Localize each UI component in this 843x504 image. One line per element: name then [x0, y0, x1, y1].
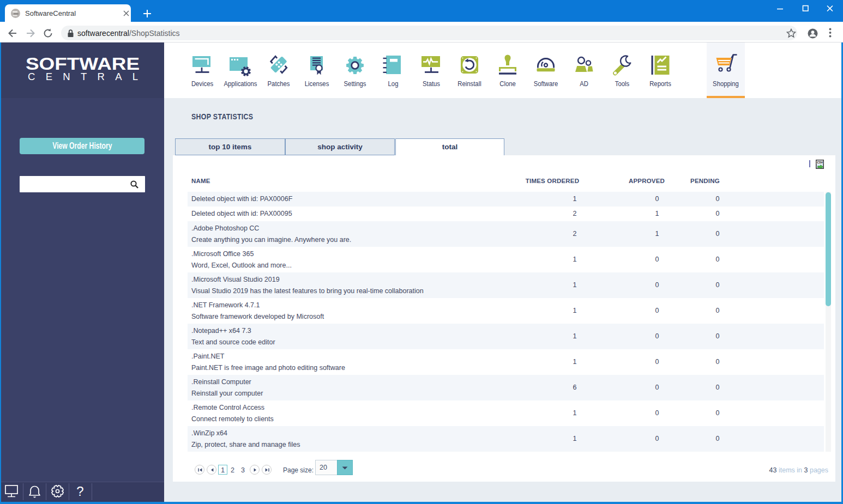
svg-text:CSV: CSV [817, 161, 823, 164]
